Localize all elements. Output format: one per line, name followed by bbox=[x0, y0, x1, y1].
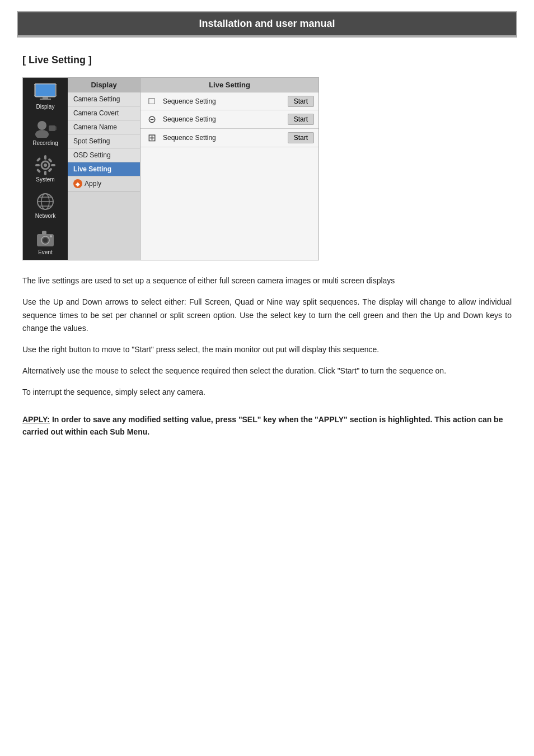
header-divider bbox=[17, 36, 517, 38]
sequence-row-single: □ Sequence Setting Start bbox=[140, 92, 318, 110]
svg-rect-3 bbox=[40, 99, 51, 100]
start-button-quad[interactable]: Start bbox=[288, 114, 314, 125]
network-icon bbox=[33, 192, 58, 212]
quad-screen-icon: ⊝ bbox=[145, 113, 158, 125]
middle-menu: Display Camera Setting Camera Covert Cam… bbox=[68, 78, 140, 260]
svg-rect-10 bbox=[44, 155, 46, 160]
svg-point-9 bbox=[44, 164, 47, 167]
svg-rect-11 bbox=[44, 171, 46, 175]
svg-point-27 bbox=[50, 235, 52, 237]
menu-item-live-setting[interactable]: Live Setting bbox=[68, 162, 140, 176]
display-icon bbox=[33, 82, 58, 102]
system-icon bbox=[33, 155, 58, 175]
page-title: Installation and user manual bbox=[199, 18, 335, 29]
sequence-row-quad: ⊝ Sequence Setting Start bbox=[140, 110, 318, 129]
sequence-label-1: Sequence Setting bbox=[163, 115, 283, 123]
event-icon bbox=[33, 228, 58, 248]
sidebar-item-network[interactable]: Network bbox=[23, 187, 68, 223]
sidebar-label-event: Event bbox=[38, 249, 53, 255]
desc-para-0: The live settings are used to set up a s… bbox=[22, 274, 512, 288]
right-panel-header: Live Setting bbox=[140, 78, 318, 92]
apply-note-prefix: APPLY: bbox=[22, 415, 50, 424]
right-panel: Live Setting □ Sequence Setting Start ⊝ … bbox=[140, 78, 318, 260]
ui-panel: Display Recording bbox=[22, 77, 319, 260]
sidebar-item-recording[interactable]: Recording bbox=[23, 114, 68, 151]
sidebar-label-display: Display bbox=[36, 104, 55, 110]
desc-para-1: Use the Up and Down arrows to select eit… bbox=[22, 296, 512, 335]
single-screen-icon: □ bbox=[145, 95, 158, 107]
svg-point-5 bbox=[35, 130, 49, 138]
svg-point-25 bbox=[43, 238, 48, 242]
svg-marker-7 bbox=[55, 126, 57, 130]
sidebar-item-system[interactable]: System bbox=[23, 151, 68, 187]
start-button-nine[interactable]: Start bbox=[288, 132, 314, 143]
apply-section: APPLY: In order to save any modified set… bbox=[22, 413, 512, 438]
svg-rect-26 bbox=[42, 231, 46, 235]
sidebar-label-recording: Recording bbox=[32, 140, 58, 146]
svg-rect-0 bbox=[35, 83, 55, 97]
recording-icon bbox=[33, 119, 58, 139]
menu-item-spot-setting[interactable]: Spot Setting bbox=[68, 134, 140, 148]
apply-label: Apply bbox=[85, 180, 101, 188]
svg-rect-6 bbox=[49, 125, 55, 131]
menu-item-camera-setting[interactable]: Camera Setting bbox=[68, 92, 140, 106]
desc-para-3: Alternatively use the mouse to select th… bbox=[22, 365, 512, 378]
description-section: The live settings are used to set up a s… bbox=[22, 274, 512, 399]
apply-note-text: APPLY: In order to save any modified set… bbox=[22, 413, 512, 438]
desc-para-2: Use the right button to move to "Start" … bbox=[22, 343, 512, 357]
svg-point-4 bbox=[38, 121, 46, 130]
nine-screen-icon: ⊞ bbox=[145, 132, 158, 144]
middle-menu-header: Display bbox=[68, 78, 140, 92]
sidebar-item-display[interactable]: Display bbox=[23, 78, 68, 114]
svg-rect-13 bbox=[51, 164, 55, 166]
svg-rect-16 bbox=[36, 169, 41, 173]
menu-item-camera-name[interactable]: Camera Name bbox=[68, 120, 140, 134]
desc-para-4: To interrupt the sequence, simply select… bbox=[22, 386, 512, 399]
menu-item-camera-covert[interactable]: Camera Covert bbox=[68, 106, 140, 120]
sequence-label-0: Sequence Setting bbox=[163, 97, 283, 105]
sidebar-label-system: System bbox=[36, 176, 54, 183]
svg-rect-12 bbox=[35, 164, 40, 166]
sidebar-label-network: Network bbox=[35, 213, 56, 219]
menu-item-apply[interactable]: ◆ Apply bbox=[68, 176, 140, 192]
page-header: Installation and user manual bbox=[17, 11, 517, 36]
sidebar-item-event[interactable]: Event bbox=[23, 223, 68, 260]
start-button-single[interactable]: Start bbox=[288, 96, 314, 107]
section-title: [ Live Setting ] bbox=[22, 54, 512, 66]
sequence-row-nine: ⊞ Sequence Setting Start bbox=[140, 129, 318, 147]
apply-note-body: In order to save any modified setting va… bbox=[22, 415, 503, 436]
sidebar: Display Recording bbox=[23, 78, 68, 260]
apply-icon: ◆ bbox=[73, 179, 82, 188]
sequence-label-2: Sequence Setting bbox=[163, 134, 283, 142]
menu-item-osd-setting[interactable]: OSD Setting bbox=[68, 148, 140, 162]
svg-rect-14 bbox=[36, 157, 41, 162]
